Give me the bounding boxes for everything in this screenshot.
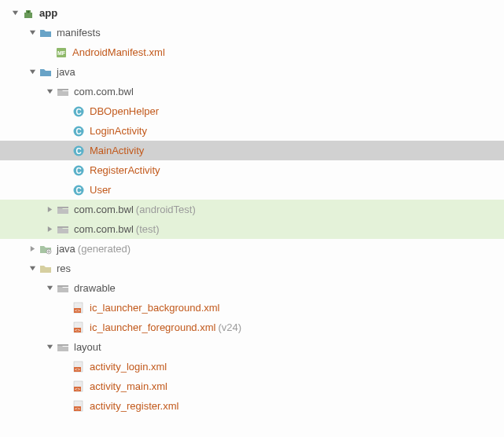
svg-rect-16 [57,207,68,208]
node-label: ic_launcher_foreground.xml [90,321,215,333]
tree-row-mainactivity[interactable]: C MainActivity [0,141,504,160]
node-label: java [57,66,75,78]
node-suffix: (v24) [218,321,241,333]
chevron-right-icon[interactable] [28,245,36,253]
node-label: layout [74,341,101,353]
tree-row-ic-launcher-bg[interactable]: <> ic_launcher_background.xml [0,298,504,318]
svg-rect-5 [57,89,68,90]
class-icon: C [72,125,85,138]
tree-row-registeractivity[interactable]: C RegisterActivity [0,160,504,180]
svg-text:MF: MF [57,50,66,56]
svg-point-2 [28,10,30,13]
svg-rect-19 [57,285,68,287]
class-icon: C [72,105,85,118]
package-icon [57,86,69,98]
node-label: User [90,184,111,196]
node-suffix: (test) [136,223,160,235]
node-label: com.com.bwl [74,204,134,215]
tree-row-layout[interactable]: layout [0,337,504,357]
folder-icon [39,27,52,39]
node-label: activity_register.xml [90,400,178,412]
class-icon: C [72,184,85,196]
node-label: res [57,263,71,274]
svg-rect-17 [57,226,68,228]
project-tree[interactable]: app manifests MF AndroidManifest.xml jav… [0,0,504,419]
svg-text:C: C [75,127,81,135]
node-label: AndroidManifest.xml [72,46,165,58]
class-icon: C [72,164,85,177]
folder-icon [39,66,52,79]
chevron-down-icon[interactable] [28,68,36,76]
package-icon [57,282,69,295]
manifest-file-icon: MF [55,46,68,59]
chevron-down-icon[interactable] [28,265,36,273]
node-label: java [57,243,75,255]
node-label: ic_launcher_background.xml [90,302,219,314]
svg-rect-26 [57,344,68,346]
package-icon [57,204,69,216]
tree-row-android-manifest[interactable]: MF AndroidManifest.xml [0,42,504,62]
tree-row-drawable[interactable]: drawable [0,278,504,298]
svg-text:C: C [75,166,81,174]
node-label: activity_login.xml [90,361,167,373]
chevron-right-icon[interactable] [46,226,53,233]
svg-text:C: C [75,185,81,194]
node-suffix: (androidTest) [136,204,196,215]
tree-row-activity-register[interactable]: <> activity_register.xml [0,396,504,416]
svg-text:C: C [75,146,81,155]
generated-folder-icon [39,243,52,255]
xml-file-icon: <> [72,400,85,413]
chevron-down-icon[interactable] [46,343,53,351]
svg-text:<>: <> [75,328,81,332]
xml-file-icon: <> [72,361,85,373]
tree-row-package-test[interactable]: com.com.bwl (test) [0,219,504,239]
chevron-down-icon[interactable] [46,285,53,292]
svg-text:<>: <> [75,387,81,391]
module-icon [22,7,35,20]
tree-row-ic-launcher-fg[interactable]: <> ic_launcher_foreground.xml (v24) [0,318,504,337]
svg-text:<>: <> [75,406,81,411]
node-label: drawable [74,282,116,294]
tree-row-package-androidtest[interactable]: com.com.bwl (androidTest) [0,200,504,219]
package-icon [57,223,69,236]
tree-row-package[interactable]: com.com.bwl [0,82,504,101]
node-label: manifests [57,27,101,39]
class-icon: C [72,145,85,157]
tree-row-java-generated[interactable]: java (generated) [0,239,504,259]
node-label: RegisterActivity [90,164,160,176]
svg-text:<>: <> [75,308,81,313]
tree-row-activity-main[interactable]: <> activity_main.xml [0,376,504,396]
tree-row-manifests[interactable]: manifests [0,23,504,42]
tree-row-loginactivity[interactable]: C LoginActivity [0,121,504,141]
tree-row-app[interactable]: app [0,3,504,23]
node-label: com.com.bwl [74,223,134,235]
xml-file-icon: <> [72,321,85,334]
xml-file-icon: <> [72,380,85,393]
package-icon [57,341,69,354]
node-label: LoginActivity [90,125,147,137]
tree-row-activity-login[interactable]: <> activity_login.xml [0,357,504,376]
tree-row-dbopenhelper[interactable]: C DBOpenHelper [0,101,504,121]
chevron-down-icon[interactable] [46,88,53,96]
node-label: DBOpenHelper [90,105,159,117]
node-label: app [39,7,57,19]
svg-text:<>: <> [75,367,81,372]
chevron-right-icon[interactable] [46,206,53,214]
res-folder-icon [39,263,52,275]
chevron-down-icon[interactable] [11,9,19,17]
tree-row-res[interactable]: res [0,259,504,278]
tree-row-java[interactable]: java [0,62,504,82]
svg-text:C: C [75,107,81,116]
tree-row-user[interactable]: C User [0,180,504,200]
chevron-down-icon[interactable] [28,29,36,37]
node-label: activity_main.xml [90,380,167,392]
xml-file-icon: <> [72,302,85,314]
node-label: com.com.bwl [74,86,134,97]
node-label: MainActivity [90,145,144,156]
node-suffix: (generated) [78,243,131,255]
svg-rect-0 [24,13,32,18]
